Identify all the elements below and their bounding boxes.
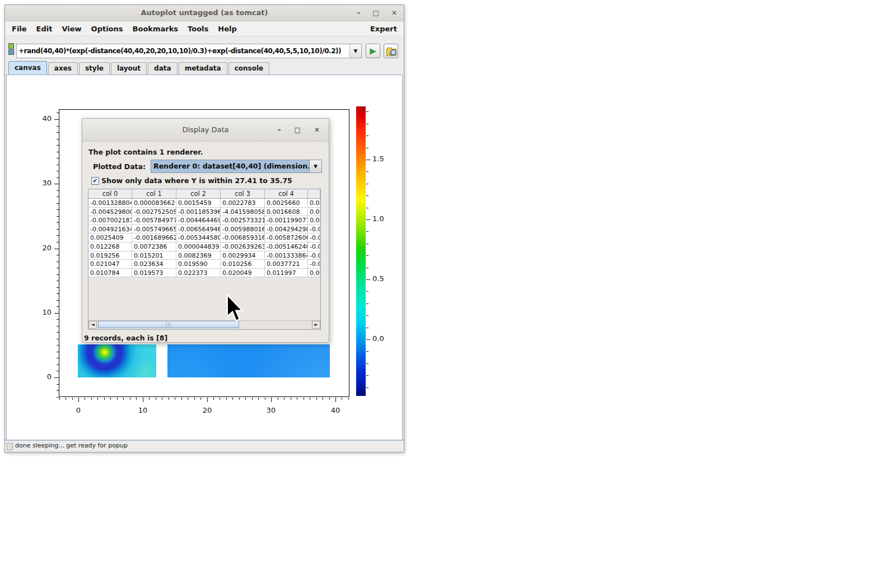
tab-style[interactable]: style — [79, 62, 110, 74]
tick — [194, 398, 195, 400]
uri-input[interactable]: +rand(40,40)*(exp(-distance(40,40,20,20,… — [17, 44, 349, 58]
dialog-minimize-icon[interactable]: – — [278, 126, 281, 134]
plotted-data-dropdown-icon[interactable]: ▼ — [309, 160, 321, 172]
tick — [110, 398, 111, 400]
tick — [57, 352, 59, 352]
menu-view[interactable]: View — [62, 25, 81, 33]
x-axis-label: 20 — [198, 406, 217, 414]
tick — [366, 244, 368, 244]
tick — [366, 351, 368, 352]
table-row[interactable]: 0.0192560.0152010.00823690.0029934-0.001… — [88, 251, 320, 260]
plotted-data-combobox[interactable]: Renderer 0: dataset[40,40] (dimension...… — [151, 160, 322, 173]
uri-combobox[interactable]: +rand(40,40)*(exp(-distance(40,40,20,20,… — [16, 44, 362, 58]
tick — [366, 304, 368, 304]
table-cell: 0.00 — [308, 269, 320, 278]
table-row[interactable]: 0.0025409-0.001689662...-0.005344580...-… — [88, 234, 320, 242]
table-header-cell — [308, 189, 320, 199]
tick — [366, 231, 368, 232]
menu-help[interactable]: Help — [218, 25, 236, 33]
tick — [57, 216, 59, 217]
tick — [57, 371, 59, 371]
table-row[interactable]: -0.001328804...0.0000836620.00154590.002… — [88, 199, 320, 208]
table-cell: 0.00 — [308, 208, 320, 217]
tick — [57, 345, 59, 346]
tick — [252, 398, 253, 400]
tick — [188, 398, 188, 400]
tick — [57, 339, 59, 339]
tick — [265, 398, 265, 400]
dialog-maximize-icon[interactable]: □ — [295, 126, 301, 134]
tab-axes[interactable]: axes — [48, 62, 78, 74]
tab-canvas[interactable]: canvas — [8, 61, 47, 74]
table-row[interactable]: 0.0210470.0236340.0195900.0102560.003772… — [88, 260, 320, 269]
uri-bar: +rand(40,40)*(exp(-distance(40,40,20,20,… — [5, 36, 404, 61]
tick — [169, 398, 169, 400]
plotted-data-value: Renderer 0: dataset[40,40] (dimension... — [151, 160, 309, 172]
tick — [366, 184, 368, 184]
x-axis-label: 30 — [262, 406, 281, 414]
menu-options[interactable]: Options — [91, 25, 123, 33]
tick — [284, 398, 284, 400]
scrollbar-track[interactable]: ||| — [97, 321, 312, 329]
table-row[interactable]: 0.0107840.0195730.0223730.0200490.011997… — [88, 269, 320, 278]
tick — [57, 300, 59, 301]
tick — [57, 203, 59, 204]
minimize-icon[interactable]: – — [357, 9, 361, 17]
scrollbar-thumb[interactable]: ||| — [98, 321, 239, 328]
close-icon[interactable]: ✕ — [391, 9, 397, 17]
scroll-left-icon[interactable]: ◄ — [88, 321, 97, 329]
plot-canvas[interactable]: 4030201000102030401.51.00.50.0 Display D… — [6, 74, 403, 442]
table-row[interactable]: 0.0122680.00723860.000044839-0.002639263… — [88, 242, 320, 251]
tick — [323, 398, 323, 400]
dialog-titlebar[interactable]: Display Data – □ ✕ — [82, 119, 329, 142]
dialog-close-icon[interactable]: ✕ — [314, 126, 320, 134]
scroll-right-icon[interactable]: ► — [312, 321, 320, 329]
tick — [278, 398, 278, 400]
table-row[interactable]: -0.007002187...-0.005784977...-0.0044644… — [88, 216, 320, 225]
data-table-pane: col 0col 1col 2col 3col 4 -0.001328804..… — [88, 189, 321, 330]
tab-console[interactable]: console — [228, 62, 270, 74]
horizontal-scrollbar[interactable]: ◄ ||| ► — [88, 320, 320, 329]
tick — [57, 319, 59, 320]
tab-layout[interactable]: layout — [111, 62, 147, 74]
tick — [366, 160, 370, 160]
tab-metadata[interactable]: metadata — [179, 62, 227, 74]
menu-edit[interactable]: Edit — [36, 25, 53, 33]
menu-tools[interactable]: Tools — [188, 25, 208, 33]
table-header-cell: col 4 — [265, 189, 308, 199]
table-cell: -0.001328804... — [88, 199, 132, 208]
table-header-cell: col 1 — [132, 189, 176, 199]
table-cell: 0.0016608 — [265, 208, 308, 217]
tick — [271, 398, 272, 402]
tick — [57, 274, 59, 275]
tick — [78, 398, 79, 402]
menu-file[interactable]: File — [12, 25, 27, 33]
table-cell: -0.0 — [308, 242, 320, 251]
tick — [366, 268, 368, 268]
tick — [366, 111, 368, 112]
table-cell: -0.002752505... — [132, 208, 176, 217]
menu-bookmarks[interactable]: Bookmarks — [133, 25, 179, 33]
window-controls: – □ ✕ — [357, 5, 397, 21]
table-row[interactable]: -0.004529800...-0.002752505...-0.0011853… — [88, 208, 320, 217]
uri-dropdown-icon[interactable]: ▼ — [349, 44, 361, 58]
table-cell: -0.002573321... — [221, 216, 265, 225]
tick — [316, 398, 317, 400]
tick — [57, 293, 59, 294]
magnifier-icon — [390, 49, 396, 55]
inspect-uri-button[interactable] — [384, 44, 398, 58]
go-button[interactable]: ▶ — [366, 44, 380, 58]
table-cell: -0.001185396... — [176, 208, 221, 217]
tick — [57, 178, 59, 178]
titlebar[interactable]: Autoplot untagged (as tomcat) – □ ✕ — [5, 5, 404, 21]
tick — [366, 375, 368, 376]
menu-expert[interactable]: Expert — [370, 25, 397, 33]
filter-checkbox[interactable]: ✔ — [91, 177, 99, 185]
tab-data[interactable]: data — [148, 62, 178, 74]
tick — [54, 119, 59, 120]
table-row[interactable]: -0.004921634...-0.005749665...-0.0065649… — [88, 225, 320, 234]
table-cell: 0.0082369 — [176, 251, 221, 260]
tick — [57, 235, 59, 236]
table-cell: -0.001199077... — [265, 216, 308, 225]
maximize-icon[interactable]: □ — [373, 9, 379, 17]
